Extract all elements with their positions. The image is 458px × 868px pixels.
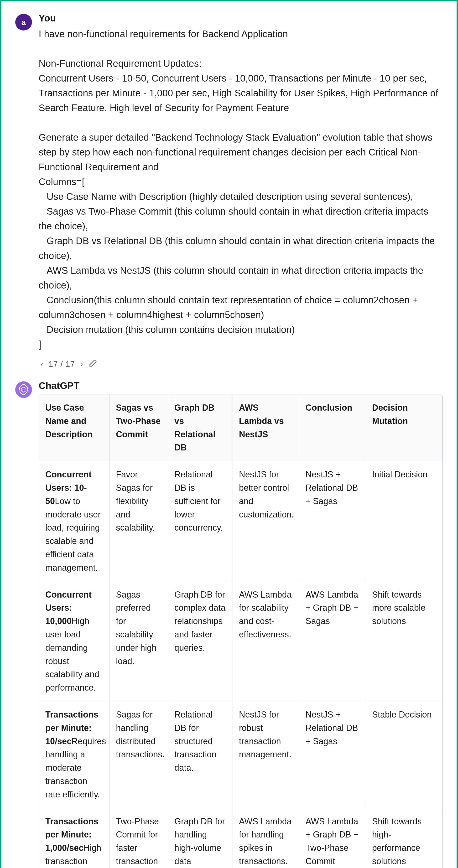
col-header-mutation: Decision Mutation [366, 395, 442, 461]
cell-conclusion: NestJS + Relational DB + Sagas [299, 701, 366, 808]
cell-mutation: Shift towards more scalable solutions [366, 581, 442, 701]
cell-usecase: Transactions per Minute: 1,000/secHigh t… [39, 808, 110, 868]
user-message: a You I have non-functional requirements… [15, 13, 443, 370]
cell-usecase: Concurrent Users: 10-50Low to moderate u… [39, 461, 110, 581]
user-avatar-letter: a [22, 18, 26, 27]
openai-icon [17, 383, 30, 396]
cell-usecase: Concurrent Users: 10,000High user load d… [39, 581, 110, 701]
assistant-avatar [15, 381, 32, 398]
cell-mutation: Shift towards high-performance solutions [366, 808, 442, 868]
table-row: Concurrent Users: 10-50Low to moderate u… [39, 461, 442, 581]
user-message-text: I have non-functional requirements for B… [39, 27, 443, 352]
pager-next-button[interactable]: › [80, 359, 83, 369]
assistant-name-label: ChatGPT [39, 380, 443, 391]
pager-prev-button[interactable]: ‹ [40, 359, 43, 369]
cell-sagas: Sagas preferred for scalability under hi… [110, 581, 168, 701]
table-row: Concurrent Users: 10,000High user load d… [39, 581, 442, 701]
assistant-content: ChatGPT Use Case Name and Description Sa… [39, 380, 443, 868]
cell-graphdb: Graph DB for complex data relationships … [168, 581, 233, 701]
table-row: Transactions per Minute: 10/secRequires … [39, 701, 442, 808]
cell-sagas: Sagas for handling distributed transacti… [110, 701, 168, 808]
cell-desc: Low to moderate user load, requiring sca… [45, 496, 101, 572]
table-row: Transactions per Minute: 1,000/secHigh t… [39, 808, 442, 868]
message-pager: ‹ 17 / 17 › [40, 358, 443, 370]
cell-lambda: NestJS for better control and customizat… [233, 461, 299, 581]
evaluation-table-wrap: Use Case Name and Description Sagas vs T… [39, 394, 443, 868]
cell-sagas: Favor Sagas for flexibility and scalabil… [110, 461, 168, 581]
cell-mutation: Stable Decision [366, 701, 442, 808]
cell-mutation: Initial Decision [366, 461, 442, 581]
user-content: You I have non-functional requirements f… [39, 13, 443, 370]
cell-lambda: AWS Lambda for scalability and cost-effe… [233, 581, 299, 701]
cell-graphdb: Relational DB for structured transaction… [168, 701, 233, 808]
pager-count: 17 / 17 [49, 359, 75, 369]
cell-lambda: NestJS for robust transaction management… [233, 701, 299, 808]
table-header-row: Use Case Name and Description Sagas vs T… [39, 395, 442, 461]
assistant-message: ChatGPT Use Case Name and Description Sa… [15, 380, 443, 868]
evaluation-table: Use Case Name and Description Sagas vs T… [39, 394, 442, 868]
col-header-lambda: AWS Lambda vs NestJS [233, 395, 299, 461]
cell-lambda: AWS Lambda for handling spikes in transa… [233, 808, 299, 868]
col-header-sagas: Sagas vs Two-Phase Commit [110, 395, 168, 461]
cell-graphdb: Graph DB for handling high-volume data e… [168, 808, 233, 868]
cell-sagas: Two-Phase Commit for faster transaction … [110, 808, 168, 868]
cell-conclusion: NestJS + Relational DB + Sagas [299, 461, 366, 581]
cell-conclusion: AWS Lambda + Graph DB + Two-Phase Commit [299, 808, 366, 868]
cell-desc: High user load demanding robust scalabil… [45, 616, 99, 692]
edit-icon[interactable] [88, 358, 98, 370]
col-header-graphdb: Graph DB vs Relational DB [168, 395, 233, 461]
user-name-label: You [39, 13, 443, 24]
user-avatar: a [15, 14, 32, 31]
cell-usecase: Transactions per Minute: 10/secRequires … [39, 701, 110, 808]
col-header-usecase: Use Case Name and Description [39, 395, 110, 461]
cell-conclusion: AWS Lambda + Graph DB + Sagas [299, 581, 366, 701]
col-header-conclusion: Conclusion [299, 395, 366, 461]
chat-container: a You I have non-functional requirements… [0, 0, 458, 868]
cell-graphdb: Relational DB is sufficient for lower co… [168, 461, 233, 581]
